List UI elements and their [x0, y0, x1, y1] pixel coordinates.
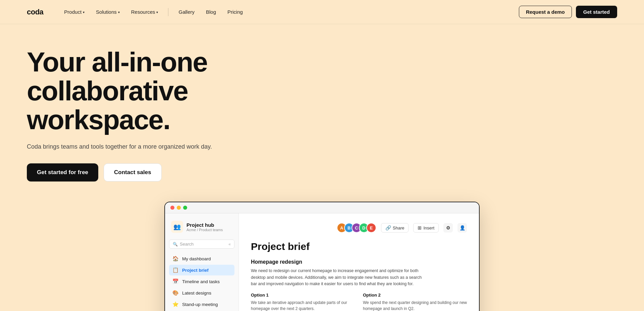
timeline-icon: 📅	[172, 278, 179, 284]
sidebar-breadcrumb: Acme / Product teams	[186, 228, 223, 232]
option-2-text: We spend the next quarter designing and …	[363, 300, 467, 311]
main-content: A B C D E 🔗 Share ⊞ Insert	[239, 213, 479, 311]
options-row: Option 1 We take an iterative approach a…	[251, 293, 467, 311]
nav-gallery[interactable]: Gallery	[174, 6, 199, 17]
sidebar-item-standup[interactable]: ⭐ Stand-up meeting	[169, 299, 234, 310]
nav-solutions[interactable]: Solutions ▾	[91, 6, 124, 17]
contact-sales-button[interactable]: Contact sales	[104, 163, 162, 182]
app-window-wrap: 👥 Project hub Acme / Product teams 🔍 Sea…	[27, 202, 617, 311]
user-menu-button[interactable]: 👤	[458, 223, 467, 232]
nav-links: Product ▾ Solutions ▾ Resources ▾ Galler…	[59, 6, 519, 17]
window-body: 👥 Project hub Acme / Product teams 🔍 Sea…	[165, 213, 479, 311]
window-minimize-dot[interactable]	[177, 206, 181, 210]
nav-resources[interactable]: Resources ▾	[126, 6, 163, 17]
collapse-icon[interactable]: «	[228, 242, 231, 247]
chevron-down-icon: ▾	[156, 10, 158, 14]
hero-headline: Your all-in-one collaborative workspace.	[27, 48, 262, 134]
dashboard-icon: 🏠	[172, 256, 179, 262]
nav-divider	[168, 8, 168, 16]
nav-blog[interactable]: Blog	[201, 6, 221, 17]
sidebar-search-bar[interactable]: 🔍 Search «	[169, 240, 234, 249]
window-titlebar	[165, 202, 479, 213]
collaborator-avatars: A B C D E	[337, 223, 376, 233]
sidebar-header: 👥 Project hub Acme / Product teams	[169, 219, 234, 234]
get-started-nav-button[interactable]: Get started	[576, 6, 617, 18]
insert-button[interactable]: ⊞ Insert	[413, 223, 439, 232]
main-toolbar: A B C D E 🔗 Share ⊞ Insert	[251, 223, 467, 233]
hero-ctas: Get started for free Contact sales	[27, 163, 617, 182]
get-started-free-button[interactable]: Get started for free	[27, 163, 98, 182]
option-2-col: Option 2 We spend the next quarter desig…	[363, 293, 467, 311]
navbar: coda Product ▾ Solutions ▾ Resources ▾ G…	[0, 0, 644, 24]
doc-body-text: We need to redesign our current homepage…	[251, 268, 425, 287]
standup-icon: ⭐	[172, 301, 179, 307]
app-window: 👥 Project hub Acme / Product teams 🔍 Sea…	[164, 202, 480, 311]
request-demo-button[interactable]: Request a demo	[519, 6, 572, 18]
sidebar-search-input[interactable]: Search	[180, 242, 194, 247]
hero-section: Your all-in-one collaborative workspace.…	[0, 24, 644, 311]
doc-title: Project brief	[251, 241, 467, 252]
nav-right: Request a demo Get started	[519, 6, 617, 18]
window-maximize-dot[interactable]	[183, 206, 187, 210]
sidebar: 👥 Project hub Acme / Product teams 🔍 Sea…	[165, 213, 239, 311]
nav-pricing[interactable]: Pricing	[223, 6, 248, 17]
option-1-col: Option 1 We take an iterative approach a…	[251, 293, 355, 311]
avatar-5: E	[366, 223, 376, 233]
chevron-down-icon: ▾	[83, 10, 85, 14]
sidebar-item-designs[interactable]: 🎨 Latest designs	[169, 288, 234, 298]
option-1-text: We take an iterative approach and update…	[251, 300, 355, 311]
share-button[interactable]: 🔗 Share	[381, 223, 409, 232]
doc-section-title: Homepage redesign	[251, 259, 467, 265]
sidebar-workspace-icon: 👥	[171, 221, 183, 233]
chevron-down-icon: ▾	[118, 10, 120, 14]
window-close-dot[interactable]	[170, 206, 174, 210]
search-icon: 🔍	[173, 242, 178, 247]
sidebar-item-dashboard[interactable]: 🏠 My dashboard	[169, 253, 234, 264]
user-avatar-icon: 👤	[460, 225, 465, 230]
designs-icon: 🎨	[172, 290, 179, 296]
brief-icon: 📋	[172, 267, 179, 273]
hero-subtitle: Coda brings teams and tools together for…	[27, 142, 215, 151]
gear-icon: ⚙	[446, 225, 450, 230]
settings-button[interactable]: ⚙	[443, 223, 453, 232]
sidebar-item-brief[interactable]: 📋 Project brief	[169, 265, 234, 275]
nav-product[interactable]: Product ▾	[59, 6, 89, 17]
sidebar-item-timeline[interactable]: 📅 Timeline and tasks	[169, 276, 234, 287]
share-icon: 🔗	[385, 225, 391, 230]
option-2-label: Option 2	[363, 293, 467, 298]
option-1-label: Option 1	[251, 293, 355, 298]
insert-icon: ⊞	[418, 225, 422, 230]
logo[interactable]: coda	[27, 8, 43, 16]
sidebar-workspace-title: Project hub	[186, 222, 223, 228]
